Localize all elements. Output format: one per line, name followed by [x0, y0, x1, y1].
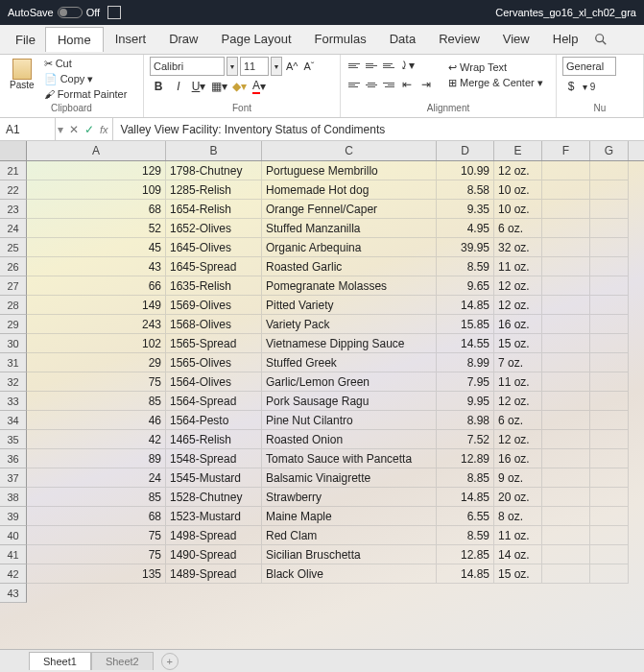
copy-button[interactable]: 📄 Copy ▾: [40, 72, 131, 86]
cell[interactable]: 6 oz.: [494, 411, 542, 430]
cell[interactable]: Pitted Variety: [262, 296, 437, 315]
cell[interactable]: 1489-Spread: [166, 564, 262, 584]
cell[interactable]: [590, 545, 629, 564]
cell[interactable]: 14.85: [437, 564, 494, 584]
cell[interactable]: Stuffed Manzanilla: [262, 219, 437, 238]
tab-page-layout[interactable]: Page Layout: [210, 27, 303, 52]
cell[interactable]: Pine Nut Cilantro: [262, 411, 437, 430]
cell[interactable]: 1635-Relish: [166, 276, 262, 296]
cell[interactable]: 68: [27, 507, 166, 526]
cell[interactable]: Orange Fennel/Caper: [262, 200, 437, 219]
cell[interactable]: [542, 488, 590, 507]
borders-button[interactable]: ▦▾: [210, 78, 227, 95]
cell[interactable]: 1645-Spread: [166, 257, 262, 276]
row-header[interactable]: 40: [0, 526, 27, 545]
cell[interactable]: Black Olive: [262, 564, 437, 584]
save-icon[interactable]: [107, 6, 121, 19]
cell[interactable]: 1564-Spread: [166, 392, 262, 411]
cell[interactable]: 15 oz.: [494, 334, 542, 353]
cell[interactable]: [542, 315, 590, 334]
cell[interactable]: 1564-Olives: [166, 372, 262, 392]
cell[interactable]: 10 oz.: [494, 200, 542, 219]
cell[interactable]: 12.89: [437, 449, 494, 468]
cell[interactable]: 24: [27, 468, 166, 488]
cell[interactable]: 9.95: [437, 392, 494, 411]
row-header[interactable]: 41: [0, 545, 27, 564]
cell[interactable]: [590, 392, 629, 411]
cell[interactable]: 9.35: [437, 200, 494, 219]
cell[interactable]: 11 oz.: [494, 372, 542, 392]
cell[interactable]: 1545-Mustard: [166, 468, 262, 488]
cell[interactable]: 39.95: [437, 238, 494, 257]
align-top-button[interactable]: [346, 59, 362, 72]
column-header[interactable]: E: [494, 141, 542, 160]
cell[interactable]: [542, 430, 590, 449]
cell[interactable]: Roasted Onion: [262, 430, 437, 449]
cell[interactable]: 1568-Olives: [166, 315, 262, 334]
cell[interactable]: [542, 564, 590, 584]
cell[interactable]: 1528-Chutney: [166, 488, 262, 507]
cell[interactable]: [542, 200, 590, 219]
cell[interactable]: 9 oz.: [494, 468, 542, 488]
cell[interactable]: Variety Pack: [262, 315, 437, 334]
cell[interactable]: 8.99: [437, 353, 494, 372]
cell[interactable]: 20 oz.: [494, 488, 542, 507]
cell[interactable]: [590, 564, 629, 584]
cell[interactable]: [590, 257, 629, 276]
cell[interactable]: [542, 276, 590, 296]
cell[interactable]: Roasted Garlic: [262, 257, 437, 276]
cell[interactable]: [542, 411, 590, 430]
cell[interactable]: 12 oz.: [494, 296, 542, 315]
cell[interactable]: 9.65: [437, 276, 494, 296]
cell[interactable]: [542, 334, 590, 353]
row-header[interactable]: 33: [0, 392, 27, 411]
cell[interactable]: 1285-Relish: [166, 180, 262, 200]
align-right-button[interactable]: [381, 78, 396, 91]
cell[interactable]: 1645-Olives: [166, 238, 262, 257]
cell[interactable]: 14.55: [437, 334, 494, 353]
cell[interactable]: [590, 161, 629, 180]
chevron-down-icon[interactable]: ▼: [271, 57, 282, 76]
cell[interactable]: 6 oz.: [494, 219, 542, 238]
cell[interactable]: 14.85: [437, 296, 494, 315]
column-header[interactable]: B: [166, 141, 262, 160]
tab-home[interactable]: Home: [45, 27, 104, 52]
cell[interactable]: 8.85: [437, 468, 494, 488]
row-header[interactable]: 38: [0, 488, 27, 507]
row-header[interactable]: 31: [0, 353, 27, 372]
row-header[interactable]: 27: [0, 276, 27, 296]
cancel-formula-icon[interactable]: ✕: [69, 123, 79, 136]
font-color-button[interactable]: A▾: [250, 78, 268, 95]
cell[interactable]: [590, 430, 629, 449]
cell[interactable]: 11 oz.: [494, 257, 542, 276]
cell[interactable]: 52: [27, 219, 166, 238]
underline-button[interactable]: U ▾: [190, 78, 207, 95]
cell[interactable]: [542, 449, 590, 468]
cell[interactable]: 7.52: [437, 430, 494, 449]
format-painter-button[interactable]: 🖌 Format Painter: [40, 87, 131, 101]
cell[interactable]: 243: [27, 315, 166, 334]
column-header[interactable]: D: [437, 141, 494, 160]
row-header[interactable]: 32: [0, 372, 27, 392]
cell[interactable]: 16 oz.: [494, 449, 542, 468]
column-header[interactable]: A: [27, 141, 166, 160]
cell[interactable]: [542, 257, 590, 276]
column-header[interactable]: F: [542, 141, 590, 160]
italic-button[interactable]: I: [170, 78, 187, 95]
cell[interactable]: 1564-Pesto: [166, 411, 262, 430]
cell[interactable]: 102: [27, 334, 166, 353]
cell[interactable]: 16 oz.: [494, 315, 542, 334]
cell[interactable]: 1565-Olives: [166, 353, 262, 372]
tab-review[interactable]: Review: [427, 27, 491, 52]
cell[interactable]: 1548-Spread: [166, 449, 262, 468]
cell[interactable]: 1498-Spread: [166, 526, 262, 545]
cell[interactable]: Maine Maple: [262, 507, 437, 526]
cell[interactable]: 14 oz.: [494, 545, 542, 564]
font-size-select[interactable]: 11: [240, 57, 269, 76]
row-header[interactable]: 43: [0, 584, 27, 603]
cell[interactable]: 11 oz.: [494, 526, 542, 545]
cell[interactable]: [590, 468, 629, 488]
cell[interactable]: 85: [27, 392, 166, 411]
cell[interactable]: [590, 296, 629, 315]
row-header[interactable]: 42: [0, 564, 27, 584]
